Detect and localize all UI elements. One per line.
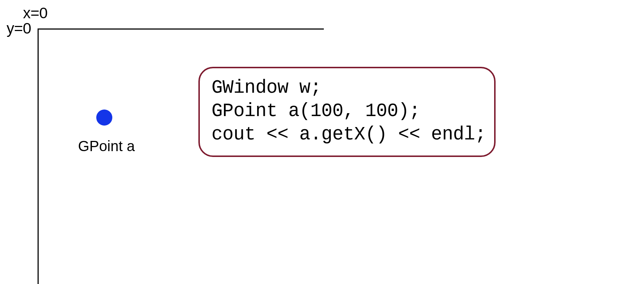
code-line-3: cout << a.getX() << endl;	[212, 123, 482, 146]
code-line-2: GPoint a(100, 100);	[212, 100, 482, 123]
point-a-label: GPoint a	[78, 138, 135, 154]
point-a-dot	[96, 110, 112, 126]
x-axis-line	[38, 28, 324, 30]
y-axis-line	[38, 28, 39, 284]
code-snippet-box: GWindow w; GPoint a(100, 100); cout << a…	[198, 67, 496, 157]
axis-x-label: x=0	[23, 4, 47, 22]
code-line-1: GWindow w;	[212, 76, 482, 100]
axis-y-label: y=0	[7, 20, 31, 37]
